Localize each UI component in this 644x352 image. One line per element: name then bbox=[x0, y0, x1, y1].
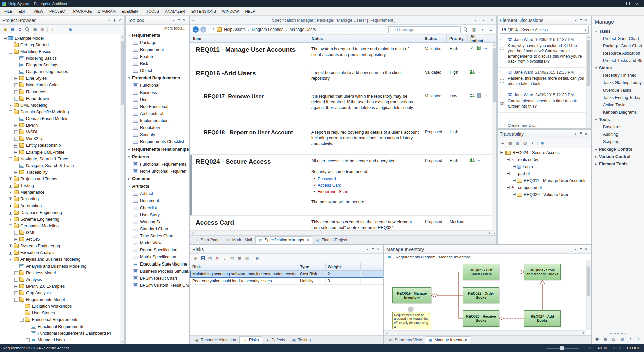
diagram-tab[interactable]: Manage Inventory bbox=[425, 336, 470, 344]
section-caret-icon[interactable] bbox=[595, 155, 599, 158]
menu-item[interactable]: PACKAGE bbox=[70, 8, 95, 15]
indicator-icon[interactable] bbox=[477, 93, 482, 98]
inventory-horizontal-scrollbar[interactable] bbox=[384, 330, 586, 335]
bullet-text[interactable]: Password bbox=[318, 177, 336, 181]
manage-row[interactable]: Package Gantt Chart bbox=[592, 42, 644, 50]
diagram-title[interactable]: Requirements Diagram: "Manage Inventory" bbox=[396, 255, 471, 259]
expand-toggle-icon[interactable] bbox=[14, 124, 18, 127]
expand-toggle-icon[interactable] bbox=[9, 184, 12, 188]
collapse-breadcrumb-icon[interactable] bbox=[192, 18, 195, 23]
toolbox-row[interactable]: Artifact bbox=[126, 190, 189, 197]
toolbox-row[interactable]: Executable StateMachine bbox=[126, 260, 189, 268]
spec-row-req016[interactable]: REQ016 -Add Users It must be possible to… bbox=[190, 66, 492, 90]
collapse-icon[interactable] bbox=[473, 18, 478, 23]
panel-menu-icon[interactable] bbox=[365, 247, 370, 252]
move-up-button[interactable] bbox=[49, 26, 56, 33]
toolbox-row[interactable]: Model View bbox=[126, 239, 189, 246]
toolbox-row[interactable]: Working Set bbox=[126, 218, 189, 225]
toolbox-row[interactable]: Risk bbox=[126, 60, 189, 67]
tree-node[interactable]: Projects and Teams bbox=[0, 176, 120, 182]
expand-toggle-icon[interactable] bbox=[506, 172, 510, 175]
section-caret-icon[interactable] bbox=[128, 155, 132, 159]
expand-toggle-icon[interactable] bbox=[9, 191, 12, 194]
expand-toggle-icon[interactable] bbox=[9, 224, 12, 228]
glasses-icon[interactable] bbox=[499, 140, 506, 146]
create-discussion-link[interactable]: Create new Dis... bbox=[498, 123, 591, 128]
pin-icon[interactable] bbox=[579, 132, 582, 136]
section-caret-icon[interactable] bbox=[128, 177, 132, 180]
section-caret-icon[interactable] bbox=[595, 148, 599, 151]
document-tab[interactable]: Find in Project bbox=[312, 236, 351, 244]
toolbox-row[interactable]: Security bbox=[126, 131, 189, 138]
menu-item[interactable]: ANALYZER bbox=[162, 8, 188, 15]
requirement-element[interactable]: REQ023 - Store and Manage Books bbox=[524, 264, 561, 280]
toolbox-row[interactable]: Architectural bbox=[126, 110, 189, 117]
expand-toggle-icon[interactable] bbox=[14, 171, 18, 174]
column-header-status[interactable]: Status bbox=[422, 35, 447, 42]
indicator-icon[interactable] bbox=[483, 93, 489, 98]
expand-toggle-icon[interactable] bbox=[9, 258, 12, 261]
grid-options-icon[interactable] bbox=[236, 255, 243, 262]
tree-node[interactable]: Diagram using Images bbox=[0, 68, 120, 75]
discussion-item[interactable]: (1) Jane Ward 21/09/2015 12:33 PM bbox=[498, 68, 586, 90]
toolbox-row[interactable]: Matrix Specification bbox=[126, 253, 189, 260]
expand-toggle-icon[interactable] bbox=[9, 197, 12, 201]
pin-icon[interactable] bbox=[579, 247, 582, 251]
back-button[interactable] bbox=[193, 26, 199, 33]
expand-toggle-icon[interactable] bbox=[14, 144, 18, 148]
column-header-notes[interactable]: Notes bbox=[309, 35, 422, 42]
expand-toggle-icon[interactable] bbox=[26, 338, 30, 342]
requirement-priority[interactable]: High bbox=[447, 66, 468, 90]
requirement-status[interactable]: Validated bbox=[422, 66, 447, 90]
requirement-title[interactable]: Access Card bbox=[190, 216, 309, 230]
chevron-down-icon[interactable] bbox=[585, 28, 586, 32]
menu-item[interactable]: FILE bbox=[1, 8, 15, 15]
indicator-icon[interactable] bbox=[470, 129, 475, 134]
document-tab[interactable]: Model Mail bbox=[223, 236, 255, 244]
expand-toggle-icon[interactable] bbox=[14, 90, 18, 94]
tree-node[interactable]: Modeling Basics bbox=[0, 48, 120, 55]
manage-row[interactable]: Tasks Ending Today bbox=[592, 94, 644, 101]
move-down-button[interactable] bbox=[57, 26, 63, 33]
expand-toggle-icon[interactable] bbox=[14, 83, 18, 87]
toolbox-row[interactable]: Non-Functional bbox=[126, 103, 189, 110]
requirement-status[interactable]: Validated bbox=[422, 43, 447, 66]
sort-icon[interactable] bbox=[221, 255, 228, 262]
more-dropdown-icon[interactable] bbox=[627, 336, 633, 342]
help-icon[interactable] bbox=[254, 255, 261, 262]
risk-cell[interactable]: Maintaining scanning software may increa… bbox=[190, 271, 298, 277]
options-dropdown-icon[interactable] bbox=[529, 140, 536, 146]
trace-node[interactable]: part of bbox=[498, 170, 591, 177]
column-header-type[interactable]: Type bbox=[298, 263, 326, 270]
toolbox-row[interactable]: Common bbox=[126, 175, 189, 182]
expand-toggle-icon[interactable] bbox=[9, 251, 12, 255]
maintenance-tab[interactable]: Defects bbox=[262, 336, 288, 344]
tree-node[interactable]: Functional Requirements Dashboard Pr bbox=[0, 330, 120, 337]
discussion-item[interactable]: (3) Jane Ward 24/09/2015 12:29 PM bbox=[498, 90, 586, 113]
document-tab[interactable]: Start Page bbox=[191, 236, 223, 244]
manage-row[interactable]: Auditing bbox=[592, 131, 644, 138]
trace-node[interactable]: Login bbox=[498, 163, 591, 170]
overflow-icon[interactable] bbox=[636, 336, 642, 342]
tree-node[interactable]: Testing bbox=[0, 182, 120, 189]
trace-node[interactable]: composed of bbox=[498, 184, 591, 191]
expand-toggle-icon[interactable] bbox=[9, 177, 12, 181]
section-caret-icon[interactable] bbox=[128, 148, 132, 151]
notes-bullet[interactable]: Password bbox=[313, 176, 419, 182]
expand-caret-icon[interactable] bbox=[500, 37, 508, 41]
zoom-slider-thumb[interactable] bbox=[560, 346, 564, 350]
toolbox-row[interactable]: Patterns bbox=[126, 153, 189, 161]
copy-icon[interactable] bbox=[207, 255, 213, 262]
panel-menu-icon[interactable] bbox=[573, 18, 578, 23]
manage-row[interactable]: Recently Finished bbox=[592, 72, 644, 79]
manage-row[interactable]: Overdue Tasks bbox=[592, 86, 644, 94]
requirement-priority[interactable]: Low bbox=[447, 90, 468, 126]
spec-row-req018[interactable]: REQ018 - Report on User Account A report… bbox=[190, 126, 492, 155]
tree-node[interactable]: Example Model bbox=[0, 35, 120, 42]
panel-close-icon[interactable] bbox=[583, 247, 589, 252]
minimize-button[interactable] bbox=[614, 1, 623, 7]
tree-node[interactable]: Functional Requirements bbox=[0, 316, 120, 323]
section-caret-icon[interactable] bbox=[595, 30, 599, 33]
expand-toggle-icon[interactable] bbox=[506, 186, 510, 189]
toolbox-row[interactable]: BPSim Result Chart bbox=[126, 275, 189, 282]
